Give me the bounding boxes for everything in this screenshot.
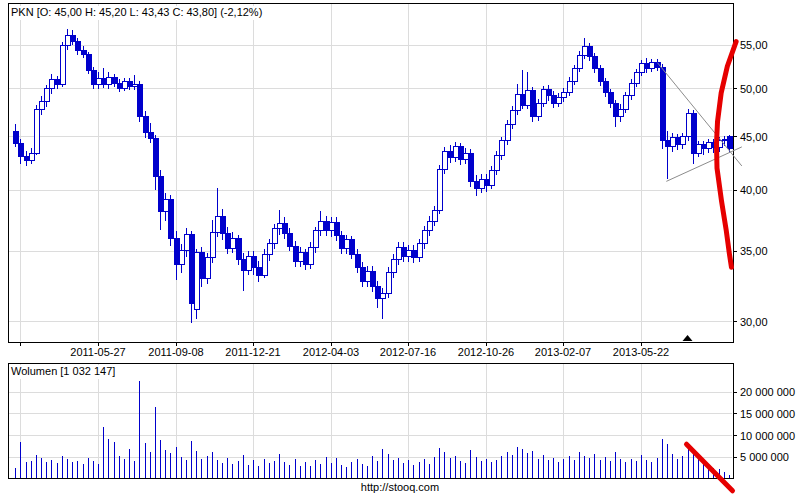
svg-text:55,00: 55,00 [740,39,768,51]
svg-text:2011-05-27: 2011-05-27 [70,346,125,358]
svg-text:2011-12-21: 2011-12-21 [225,346,280,358]
svg-text:2012-07-16: 2012-07-16 [380,346,436,358]
svg-text:45,00: 45,00 [740,131,768,143]
svg-text:2012-10-26: 2012-10-26 [458,346,514,358]
svg-text:20 000 000: 20 000 000 [740,386,795,398]
svg-text:2011-09-08: 2011-09-08 [148,346,203,358]
volume-panel-frame [8,363,733,478]
volume-panel-header: Wolumen [1 032 147] [11,365,118,379]
price-panel-header: PKN [O: 45,00 H: 45,20 L: 43,43 C: 43,80… [11,6,265,20]
svg-text:2013-02-07: 2013-02-07 [535,346,591,358]
price-panel-frame [8,3,733,342]
svg-text:15 000 000: 15 000 000 [740,408,795,420]
svg-text:2012-04-03: 2012-04-03 [303,346,359,358]
stock-chart-svg: 30,0035,0040,0045,0050,0055,005 000 0001… [0,0,800,500]
svg-text:2013-05-22: 2013-05-22 [613,346,669,358]
stooq-watermark: http://stooq.com [0,481,800,493]
svg-text:10 000 000: 10 000 000 [740,430,795,442]
stooq-chart-image: 30,0035,0040,0045,0050,0055,005 000 0001… [0,0,800,500]
svg-text:40,00: 40,00 [740,184,768,196]
svg-text:5 000 000: 5 000 000 [740,451,789,463]
svg-text:50,00: 50,00 [740,83,768,95]
svg-text:35,00: 35,00 [740,245,768,257]
svg-text:30,00: 30,00 [740,316,768,328]
